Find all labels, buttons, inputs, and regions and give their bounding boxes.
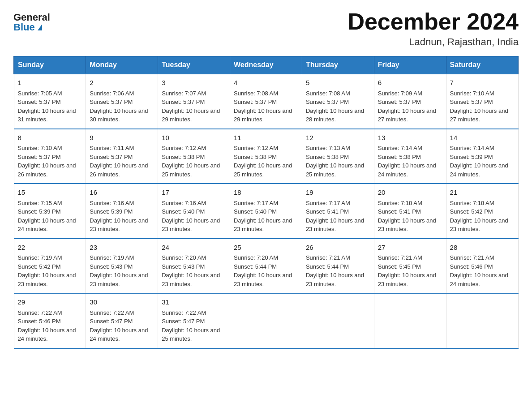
week-row-2: 8Sunrise: 7:10 AMSunset: 5:37 PMDaylight…	[14, 129, 518, 184]
day-number: 16	[90, 188, 154, 198]
day-number: 12	[306, 133, 370, 143]
day-number: 29	[18, 297, 82, 308]
day-info: Sunrise: 7:22 AMSunset: 5:47 PMDaylight:…	[90, 309, 148, 342]
day-number: 17	[162, 188, 226, 198]
day-info: Sunrise: 7:13 AMSunset: 5:38 PMDaylight:…	[306, 145, 364, 178]
calendar-cell: 27Sunrise: 7:21 AMSunset: 5:45 PMDayligh…	[374, 239, 446, 294]
calendar-cell	[374, 293, 446, 348]
day-info: Sunrise: 7:10 AMSunset: 5:37 PMDaylight:…	[18, 145, 76, 178]
calendar-cell: 26Sunrise: 7:21 AMSunset: 5:44 PMDayligh…	[302, 239, 374, 294]
calendar-cell: 31Sunrise: 7:22 AMSunset: 5:47 PMDayligh…	[158, 293, 230, 348]
calendar-cell: 13Sunrise: 7:14 AMSunset: 5:38 PMDayligh…	[374, 129, 446, 184]
location-title: Ladnun, Rajasthan, India	[348, 36, 519, 48]
week-row-3: 15Sunrise: 7:15 AMSunset: 5:39 PMDayligh…	[14, 184, 518, 239]
calendar-cell: 15Sunrise: 7:15 AMSunset: 5:39 PMDayligh…	[14, 184, 86, 239]
day-number: 31	[162, 297, 226, 308]
day-number: 11	[234, 133, 298, 143]
day-number: 6	[378, 78, 442, 88]
calendar-table: SundayMondayTuesdayWednesdayThursdayFrid…	[13, 56, 519, 349]
day-info: Sunrise: 7:20 AMSunset: 5:44 PMDaylight:…	[234, 254, 292, 287]
day-number: 13	[378, 133, 442, 143]
day-info: Sunrise: 7:07 AMSunset: 5:37 PMDaylight:…	[162, 90, 220, 123]
day-number: 25	[234, 243, 298, 253]
calendar-cell: 10Sunrise: 7:12 AMSunset: 5:38 PMDayligh…	[158, 129, 230, 184]
day-info: Sunrise: 7:05 AMSunset: 5:37 PMDaylight:…	[18, 90, 76, 123]
logo-general-text: General	[13, 13, 50, 22]
calendar-cell: 9Sunrise: 7:11 AMSunset: 5:37 PMDaylight…	[86, 129, 158, 184]
calendar-cell: 25Sunrise: 7:20 AMSunset: 5:44 PMDayligh…	[230, 239, 302, 294]
day-number: 10	[162, 133, 226, 143]
day-info: Sunrise: 7:15 AMSunset: 5:39 PMDaylight:…	[18, 200, 76, 233]
calendar-cell: 23Sunrise: 7:19 AMSunset: 5:43 PMDayligh…	[86, 239, 158, 294]
day-header-friday: Friday	[374, 56, 446, 74]
day-number: 24	[162, 243, 226, 253]
day-info: Sunrise: 7:06 AMSunset: 5:37 PMDaylight:…	[90, 90, 148, 123]
day-info: Sunrise: 7:20 AMSunset: 5:43 PMDaylight:…	[162, 254, 220, 287]
day-number: 9	[90, 133, 154, 143]
day-info: Sunrise: 7:09 AMSunset: 5:37 PMDaylight:…	[378, 90, 436, 123]
day-info: Sunrise: 7:18 AMSunset: 5:41 PMDaylight:…	[378, 200, 436, 233]
day-number: 7	[450, 78, 515, 88]
day-info: Sunrise: 7:14 AMSunset: 5:39 PMDaylight:…	[450, 145, 508, 178]
logo-blue-text: Blue	[13, 22, 42, 32]
logo-triangle-icon	[38, 24, 42, 30]
header: General Blue December 2024 Ladnun, Rajas…	[13, 9, 519, 48]
day-number: 18	[234, 188, 298, 198]
day-number: 3	[162, 78, 226, 88]
calendar-cell: 24Sunrise: 7:20 AMSunset: 5:43 PMDayligh…	[158, 239, 230, 294]
calendar-cell: 22Sunrise: 7:19 AMSunset: 5:42 PMDayligh…	[14, 239, 86, 294]
day-info: Sunrise: 7:12 AMSunset: 5:38 PMDaylight:…	[162, 145, 220, 178]
day-info: Sunrise: 7:19 AMSunset: 5:42 PMDaylight:…	[18, 254, 76, 287]
calendar-cell	[302, 293, 374, 348]
day-number: 28	[450, 243, 515, 253]
day-header-wednesday: Wednesday	[230, 56, 302, 74]
calendar-cell: 3Sunrise: 7:07 AMSunset: 5:37 PMDaylight…	[158, 74, 230, 129]
day-info: Sunrise: 7:17 AMSunset: 5:40 PMDaylight:…	[234, 200, 292, 233]
calendar-cell: 14Sunrise: 7:14 AMSunset: 5:39 PMDayligh…	[446, 129, 518, 184]
day-number: 2	[90, 78, 154, 88]
day-number: 15	[18, 188, 82, 198]
day-number: 19	[306, 188, 370, 198]
week-row-1: 1Sunrise: 7:05 AMSunset: 5:37 PMDaylight…	[14, 74, 518, 129]
calendar-cell: 28Sunrise: 7:21 AMSunset: 5:46 PMDayligh…	[446, 239, 518, 294]
day-info: Sunrise: 7:14 AMSunset: 5:38 PMDaylight:…	[378, 145, 436, 178]
calendar-cell: 2Sunrise: 7:06 AMSunset: 5:37 PMDaylight…	[86, 74, 158, 129]
calendar-cell: 16Sunrise: 7:16 AMSunset: 5:39 PMDayligh…	[86, 184, 158, 239]
day-number: 20	[378, 188, 442, 198]
day-header-tuesday: Tuesday	[158, 56, 230, 74]
calendar-cell: 8Sunrise: 7:10 AMSunset: 5:37 PMDaylight…	[14, 129, 86, 184]
calendar-header-row: SundayMondayTuesdayWednesdayThursdayFrid…	[14, 56, 518, 74]
calendar-cell: 5Sunrise: 7:08 AMSunset: 5:37 PMDaylight…	[302, 74, 374, 129]
day-header-sunday: Sunday	[14, 56, 86, 74]
day-info: Sunrise: 7:21 AMSunset: 5:44 PMDaylight:…	[306, 254, 364, 287]
calendar-cell	[446, 293, 518, 348]
day-number: 26	[306, 243, 370, 253]
day-number: 21	[450, 188, 515, 198]
calendar-cell: 7Sunrise: 7:10 AMSunset: 5:37 PMDaylight…	[446, 74, 518, 129]
day-header-thursday: Thursday	[302, 56, 374, 74]
day-info: Sunrise: 7:17 AMSunset: 5:41 PMDaylight:…	[306, 200, 364, 233]
calendar-cell: 30Sunrise: 7:22 AMSunset: 5:47 PMDayligh…	[86, 293, 158, 348]
calendar-cell: 20Sunrise: 7:18 AMSunset: 5:41 PMDayligh…	[374, 184, 446, 239]
day-header-monday: Monday	[86, 56, 158, 74]
day-number: 8	[18, 133, 82, 143]
calendar-cell: 11Sunrise: 7:12 AMSunset: 5:38 PMDayligh…	[230, 129, 302, 184]
calendar-cell	[230, 293, 302, 348]
day-info: Sunrise: 7:19 AMSunset: 5:43 PMDaylight:…	[90, 254, 148, 287]
logo: General Blue	[13, 13, 50, 32]
calendar-cell: 29Sunrise: 7:22 AMSunset: 5:46 PMDayligh…	[14, 293, 86, 348]
day-info: Sunrise: 7:22 AMSunset: 5:47 PMDaylight:…	[162, 309, 220, 342]
calendar-cell: 19Sunrise: 7:17 AMSunset: 5:41 PMDayligh…	[302, 184, 374, 239]
day-info: Sunrise: 7:11 AMSunset: 5:37 PMDaylight:…	[90, 145, 148, 178]
calendar-cell: 18Sunrise: 7:17 AMSunset: 5:40 PMDayligh…	[230, 184, 302, 239]
day-info: Sunrise: 7:08 AMSunset: 5:37 PMDaylight:…	[234, 90, 292, 123]
day-info: Sunrise: 7:16 AMSunset: 5:39 PMDaylight:…	[90, 200, 148, 233]
month-title: December 2024	[348, 9, 519, 34]
day-number: 30	[90, 297, 154, 308]
day-number: 23	[90, 243, 154, 253]
day-info: Sunrise: 7:12 AMSunset: 5:38 PMDaylight:…	[234, 145, 292, 178]
day-info: Sunrise: 7:18 AMSunset: 5:42 PMDaylight:…	[450, 200, 508, 233]
calendar-cell: 4Sunrise: 7:08 AMSunset: 5:37 PMDaylight…	[230, 74, 302, 129]
day-info: Sunrise: 7:08 AMSunset: 5:37 PMDaylight:…	[306, 90, 364, 123]
day-info: Sunrise: 7:10 AMSunset: 5:37 PMDaylight:…	[450, 90, 508, 123]
